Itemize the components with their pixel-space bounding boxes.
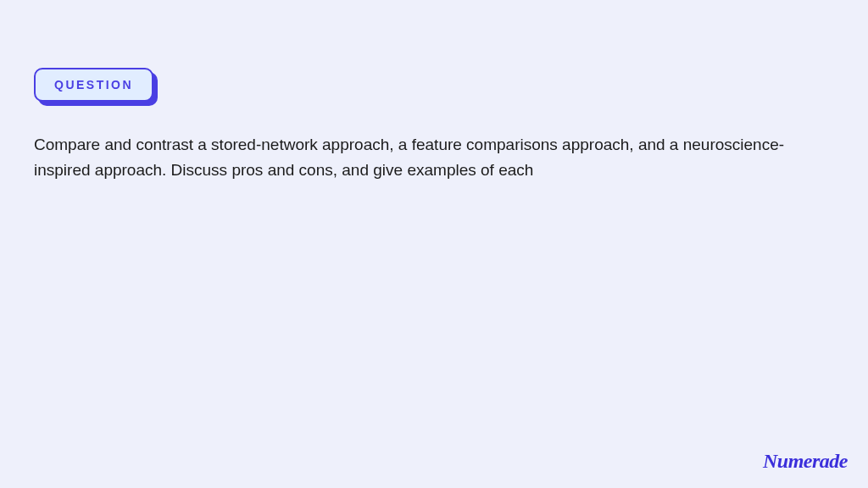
brand-logo: Numerade	[763, 450, 848, 473]
content-area: QUESTION Compare and contrast a stored-n…	[0, 0, 868, 218]
question-badge: QUESTION	[34, 68, 153, 102]
badge-label: QUESTION	[34, 68, 153, 102]
question-text: Compare and contrast a stored-network ap…	[34, 132, 831, 184]
